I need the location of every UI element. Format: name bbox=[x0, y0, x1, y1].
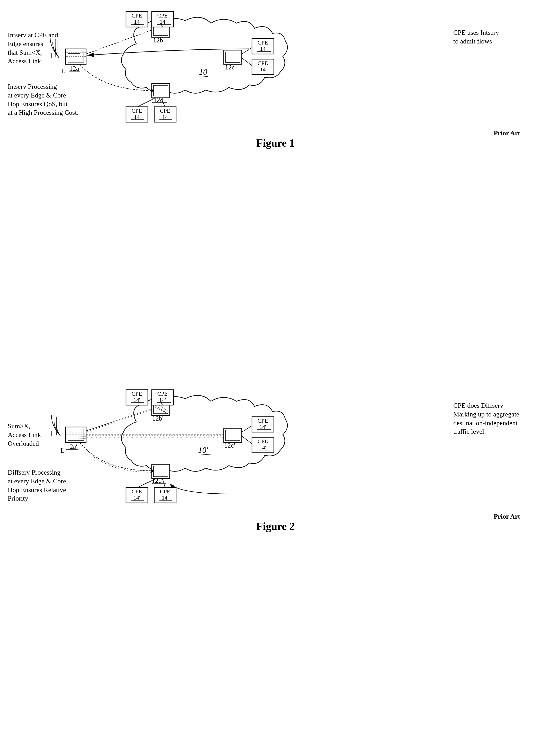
svg-text:14: 14 bbox=[260, 66, 265, 72]
cloud-network-2: 10' bbox=[121, 395, 288, 471]
network-label-2: 10' bbox=[198, 445, 208, 454]
figure1-title: Figure 1 bbox=[256, 137, 295, 149]
annotation-intserv-processing: Intserv Processingat every Edge & CoreHo… bbox=[8, 82, 87, 117]
svg-text:CPE: CPE bbox=[157, 12, 168, 19]
svg-text:CPE: CPE bbox=[257, 438, 268, 444]
figure2-title: Figure 2 bbox=[256, 520, 295, 532]
svg-rect-47 bbox=[225, 430, 240, 441]
annotation-diffserv-processing: Diffserv Processingat every Edge & CoreH… bbox=[8, 468, 87, 503]
svg-text:14': 14' bbox=[159, 397, 166, 403]
svg-text:CPE: CPE bbox=[257, 60, 268, 66]
svg-text:14: 14 bbox=[134, 114, 140, 120]
prior-art-label-1: Prior Art bbox=[494, 129, 520, 137]
figure2-area: 10' 1 12a' bbox=[0, 386, 551, 535]
svg-text:14: 14 bbox=[260, 45, 265, 52]
svg-text:14': 14' bbox=[162, 494, 168, 501]
figure1-area: 10 1 12a bbox=[0, 8, 551, 152]
line-12c-cpe-top bbox=[242, 48, 252, 54]
svg-text:14': 14' bbox=[259, 444, 266, 451]
svg-text:CPE: CPE bbox=[157, 390, 168, 397]
svg-rect-35 bbox=[68, 429, 84, 440]
svg-text:CPE: CPE bbox=[160, 488, 170, 495]
svg-rect-8 bbox=[225, 52, 240, 62]
line-12a-12b bbox=[86, 30, 152, 54]
annotation-cpe-diffserv: CPE does DiffservMarking up to aggregate… bbox=[453, 401, 533, 436]
arrow-to-12d2 bbox=[170, 483, 231, 494]
prior-art-label-2: Prior Art bbox=[494, 512, 520, 521]
line2-12a-12b bbox=[86, 409, 152, 431]
svg-text:14': 14' bbox=[259, 424, 266, 430]
svg-text:14: 14 bbox=[162, 114, 168, 120]
annotation-cpe-admits: CPE uses Intservto admit flows bbox=[453, 28, 525, 46]
annotation-sum-overloaded: Sum>X,Access LinkOverloaded bbox=[8, 422, 67, 448]
svg-text:14: 14 bbox=[160, 19, 165, 25]
svg-text:14': 14' bbox=[133, 494, 140, 501]
label-L-1: L bbox=[61, 67, 65, 75]
page: 10 1 12a bbox=[0, 0, 551, 756]
line2-12a-12d-2 bbox=[80, 444, 152, 472]
svg-text:CPE: CPE bbox=[132, 488, 142, 495]
svg-text:CPE: CPE bbox=[257, 39, 268, 46]
cloud-network-1: 10 bbox=[121, 17, 288, 93]
svg-text:CPE: CPE bbox=[132, 12, 142, 19]
line2-12a-12b-2 bbox=[86, 410, 152, 432]
svg-text:CPE: CPE bbox=[160, 107, 170, 114]
svg-rect-49 bbox=[153, 466, 168, 477]
svg-text:CPE: CPE bbox=[257, 417, 268, 424]
svg-text:CPE: CPE bbox=[132, 390, 142, 397]
line2-12c-cpe-top bbox=[242, 426, 252, 432]
line-12a-12d bbox=[80, 64, 152, 90]
svg-text:14': 14' bbox=[133, 397, 140, 403]
svg-text:CPE: CPE bbox=[132, 107, 142, 114]
line-12c-cpe-bottom bbox=[242, 58, 252, 66]
svg-rect-10 bbox=[153, 85, 168, 96]
annotation-intserv-cpe: Intserv at CPE andEdge ensuresthat Sum<X… bbox=[8, 31, 75, 66]
line2-12c-cpe-bottom bbox=[242, 436, 252, 444]
svg-text:14: 14 bbox=[134, 19, 140, 25]
network-label-1: 10 bbox=[199, 67, 207, 76]
